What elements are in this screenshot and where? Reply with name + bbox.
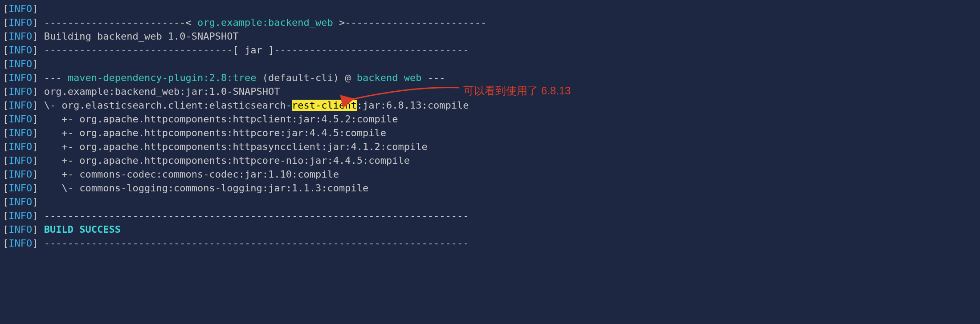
log-text: --- <box>38 72 67 83</box>
log-bracket: [ <box>3 17 8 28</box>
log-line: [INFO] --- maven-dependency-plugin:2.8:t… <box>3 71 977 85</box>
log-bracket: ] <box>32 210 38 221</box>
log-text: >------------------------ <box>333 17 486 28</box>
log-bracket: ] <box>32 155 38 166</box>
log-line: [INFO] ---------------------------------… <box>3 209 977 223</box>
log-text: (default-cli) @ <box>257 72 357 83</box>
log-line: [INFO] \- org.elasticsearch.client:elast… <box>3 98 977 112</box>
log-bracket: ] <box>32 238 38 249</box>
module-name: backend_web <box>357 72 422 83</box>
log-line: [INFO] <box>3 195 977 209</box>
log-text: +- commons-codec:commons-codec:jar:1.10:… <box>38 169 339 180</box>
log-level: INFO <box>8 17 32 28</box>
log-level: INFO <box>8 86 32 97</box>
log-bracket: ] <box>32 169 38 180</box>
log-line: [INFO] +- org.apache.httpcomponents:http… <box>3 126 977 140</box>
log-bracket: [ <box>3 31 8 42</box>
terminal-output: [INFO][INFO] ------------------------< o… <box>3 2 977 250</box>
log-level: INFO <box>8 100 32 111</box>
log-bracket: [ <box>3 238 8 249</box>
log-text: org.example:backend_web:jar:1.0-SNAPSHOT <box>38 86 280 97</box>
log-bracket: [ <box>3 72 8 83</box>
log-bracket: ] <box>32 113 38 125</box>
artifact-id: org.example:backend_web <box>197 17 333 28</box>
highlighted-text: rest-client <box>292 100 357 111</box>
log-line: [INFO] ------------------------< org.exa… <box>3 16 977 29</box>
log-level: INFO <box>8 169 32 180</box>
annotation-arrow-icon <box>347 82 463 109</box>
log-level: INFO <box>8 182 32 194</box>
log-line: [INFO] +- commons-codec:commons-codec:ja… <box>3 167 977 181</box>
log-level: INFO <box>8 224 32 235</box>
log-text: ----------------------------------------… <box>38 210 469 221</box>
log-line: [INFO] BUILD SUCCESS <box>3 223 977 236</box>
log-level: INFO <box>8 3 32 14</box>
log-level: INFO <box>8 210 32 221</box>
log-text: +- org.apache.httpcomponents:httpclient:… <box>38 113 398 125</box>
log-bracket: [ <box>3 169 8 180</box>
log-bracket: ] <box>32 100 38 111</box>
log-bracket: ] <box>32 224 38 235</box>
log-level: INFO <box>8 113 32 125</box>
log-line: [INFO] <box>3 57 977 71</box>
log-line: [INFO] --------------------------------[… <box>3 43 977 57</box>
log-bracket: [ <box>3 127 8 138</box>
log-bracket: ] <box>32 182 38 194</box>
log-bracket: ] <box>32 196 38 207</box>
log-line: [INFO] +- org.apache.httpcomponents:http… <box>3 112 977 126</box>
plugin-name: maven-dependency-plugin:2.8:tree <box>68 72 257 83</box>
log-bracket: [ <box>3 155 8 166</box>
log-bracket: [ <box>3 196 8 207</box>
log-bracket: [ <box>3 182 8 194</box>
log-bracket: [ <box>3 86 8 97</box>
log-bracket: ] <box>32 31 38 42</box>
log-bracket: ] <box>32 17 38 28</box>
log-text: ----------------------------------------… <box>38 238 469 249</box>
annotation-text: 可以看到使用了 6.8.13 <box>463 84 571 97</box>
log-level: INFO <box>8 31 32 42</box>
log-text: Building backend_web 1.0-SNAPSHOT <box>38 31 238 42</box>
log-bracket: ] <box>32 86 38 97</box>
log-line: [INFO] ---------------------------------… <box>3 236 977 250</box>
log-bracket: [ <box>3 45 8 56</box>
log-text: +- org.apache.httpcomponents:httpcore:ja… <box>38 127 386 138</box>
log-bracket: [ <box>3 210 8 221</box>
log-level: INFO <box>8 141 32 152</box>
log-bracket: ] <box>32 141 38 152</box>
log-text: --- <box>421 72 445 83</box>
build-status: BUILD SUCCESS <box>38 224 120 235</box>
log-bracket: ] <box>32 72 38 83</box>
log-text: \- commons-logging:commons-logging:jar:1… <box>38 182 368 194</box>
log-bracket: [ <box>3 141 8 152</box>
log-line: [INFO] +- org.apache.httpcomponents:http… <box>3 140 977 154</box>
log-line: [INFO] Building backend_web 1.0-SNAPSHOT <box>3 29 977 43</box>
log-line: [INFO] \- commons-logging:commons-loggin… <box>3 181 977 195</box>
log-text: --------------------------------[ jar ]-… <box>38 45 469 56</box>
log-bracket: [ <box>3 3 8 14</box>
log-bracket: ] <box>32 3 38 14</box>
log-bracket: ] <box>32 45 38 56</box>
log-line: [INFO] <box>3 2 977 16</box>
log-level: INFO <box>8 72 32 83</box>
log-text: +- org.apache.httpcomponents:httpasynccl… <box>38 141 427 152</box>
log-text: ------------------------< <box>38 17 197 28</box>
log-level: INFO <box>8 196 32 207</box>
log-bracket: [ <box>3 100 8 111</box>
log-level: INFO <box>8 58 32 69</box>
log-line: [INFO] +- org.apache.httpcomponents:http… <box>3 154 977 167</box>
log-level: INFO <box>8 155 32 166</box>
log-bracket: [ <box>3 113 8 125</box>
log-level: INFO <box>8 45 32 56</box>
log-text: \- org.elasticsearch.client:elasticsearc… <box>38 100 292 111</box>
log-level: INFO <box>8 127 32 138</box>
log-bracket: [ <box>3 58 8 69</box>
log-bracket: [ <box>3 224 8 235</box>
log-bracket: ] <box>32 58 38 69</box>
log-bracket: ] <box>32 127 38 138</box>
log-level: INFO <box>8 238 32 249</box>
log-text: +- org.apache.httpcomponents:httpcore-ni… <box>38 155 409 166</box>
